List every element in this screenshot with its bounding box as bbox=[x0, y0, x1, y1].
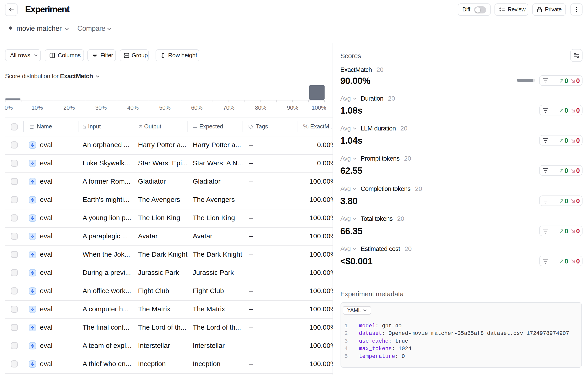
svg-text:60%: 60% bbox=[191, 104, 202, 111]
svg-text:10%: 10% bbox=[32, 104, 43, 111]
svg-text:100%: 100% bbox=[312, 104, 326, 111]
svg-text:0%: 0% bbox=[5, 104, 13, 111]
svg-text:90%: 90% bbox=[287, 104, 298, 111]
svg-text:70%: 70% bbox=[223, 104, 234, 111]
svg-text:80%: 80% bbox=[255, 104, 266, 111]
svg-text:20%: 20% bbox=[63, 104, 75, 111]
svg-text:50%: 50% bbox=[159, 104, 171, 111]
svg-text:40%: 40% bbox=[127, 104, 139, 111]
svg-text:30%: 30% bbox=[95, 104, 107, 111]
